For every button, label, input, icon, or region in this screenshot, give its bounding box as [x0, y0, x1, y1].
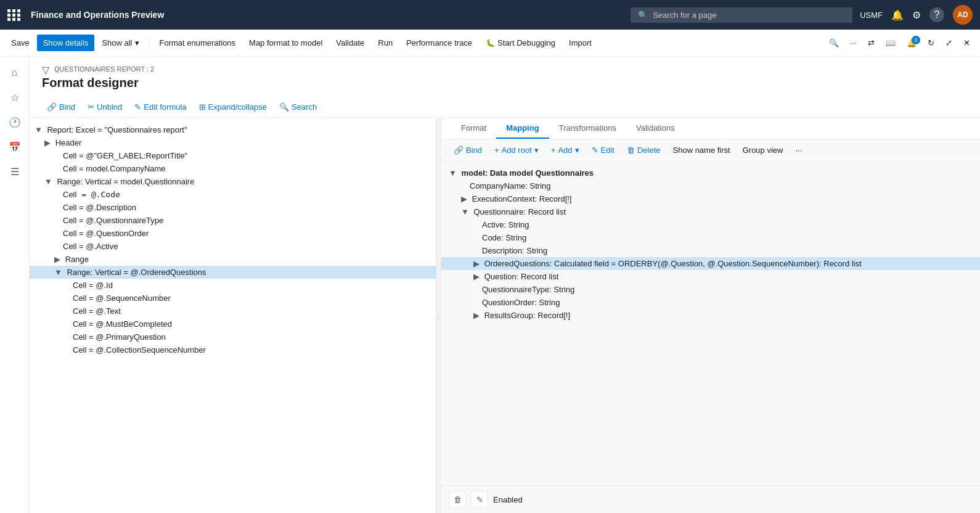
format-enumerations-button[interactable]: Format enumerations — [153, 35, 242, 51]
waffle-icon[interactable] — [7, 9, 21, 21]
tree-item[interactable]: Cell = @.Description — [30, 201, 436, 214]
bell-icon[interactable]: 🔔 — [891, 9, 904, 21]
tree-toggle[interactable]: ▶ — [44, 138, 53, 147]
right-tree-item[interactable]: ▶ ResultsGroup: Record[!] — [441, 309, 980, 322]
right-tree-toggle[interactable]: ▼ — [461, 207, 471, 216]
sidebar-item-modules[interactable]: ☰ — [4, 160, 26, 183]
right-tree-toggle[interactable]: ▶ — [473, 272, 482, 281]
tree-item[interactable]: ▼ Report: Excel = "Questionnaires report… — [30, 123, 436, 136]
right-tree-item-label: Question: Record list — [484, 272, 559, 281]
tree-toggle[interactable]: ▼ — [35, 125, 44, 134]
tab-validations[interactable]: Validations — [626, 118, 685, 139]
sidebar-item-favorites[interactable]: ☆ — [4, 86, 26, 109]
close-button[interactable]: ✕ — [958, 35, 975, 51]
delete-button[interactable]: 🗑 Delete — [622, 143, 666, 157]
show-all-button[interactable]: Show all ▾ — [96, 35, 145, 51]
more-button[interactable]: ··· — [845, 35, 862, 51]
right-tree-item[interactable]: ▶ OrderedQuestions: Calculated field = O… — [441, 257, 980, 270]
group-view-button[interactable]: Group view — [738, 143, 788, 157]
tree-item[interactable]: Cell = @.QuestionnaireType — [30, 214, 436, 227]
add-button[interactable]: + Add ▾ — [546, 143, 584, 157]
performance-trace-button[interactable]: Performance trace — [400, 35, 478, 51]
more-right-button[interactable]: ··· — [790, 143, 807, 157]
right-tree-item[interactable]: ▶ Question: Record list — [441, 270, 980, 283]
show-name-first-button[interactable]: Show name first — [668, 143, 735, 157]
right-tree-item[interactable]: Code: String — [441, 231, 980, 244]
bind-button[interactable]: 🔗 Bind — [42, 100, 80, 114]
breadcrumb: QUESTIONNAIRES REPORT : 2 — [54, 65, 154, 73]
reload-button[interactable]: ↻ — [923, 35, 939, 51]
right-link-icon: 🔗 — [454, 146, 463, 155]
edit-formula-button[interactable]: ✎ Edit formula — [129, 100, 191, 114]
separator — [149, 37, 150, 49]
tree-item[interactable]: ▼ Range: Vertical = model.Questionnaire — [30, 175, 436, 188]
bottom-delete-button[interactable]: 🗑 — [449, 491, 466, 508]
search-cmd-button[interactable]: 🔍 — [824, 35, 844, 51]
unbind-button[interactable]: ✂ Unbind — [83, 100, 127, 114]
show-details-button[interactable]: Show details — [37, 35, 95, 51]
run-button[interactable]: Run — [372, 35, 399, 51]
tree-item[interactable]: Cell = @.Active — [30, 240, 436, 253]
tree-toggle[interactable]: ▼ — [54, 268, 64, 277]
sidebar-item-recent[interactable]: 🕐 — [4, 111, 26, 133]
right-tree-toggle[interactable]: ▼ — [449, 168, 459, 178]
tree-item[interactable]: ▶ Range — [30, 253, 436, 266]
gear-icon[interactable]: ⚙ — [912, 9, 921, 21]
map-format-to-model-button[interactable]: Map format to model — [243, 35, 329, 51]
tree-item[interactable]: Cell = @.SequenceNumber — [30, 292, 436, 305]
add-root-button[interactable]: + Add root ▾ — [489, 143, 544, 157]
tree-item-label: Range: Vertical = model.Questionnaire — [57, 177, 194, 186]
tree-item[interactable]: ▶ Header — [30, 136, 436, 149]
tree-item[interactable]: Cell = @.PrimaryQuestion — [30, 330, 436, 343]
expand-button[interactable]: ⤢ — [941, 35, 957, 51]
edit-right-button[interactable]: ✎ Edit — [587, 143, 619, 157]
tree-item[interactable]: Cell = @.Code — [30, 188, 436, 201]
right-tree-toggle[interactable]: ▶ — [473, 259, 482, 268]
sidebar-item-workspaces[interactable]: 📅 — [4, 136, 26, 158]
start-debugging-button[interactable]: 🐛 Start Debugging — [480, 35, 561, 51]
book-button[interactable]: 📖 — [881, 35, 900, 51]
tree-item[interactable]: Cell = @.MustBeCompleted — [30, 318, 436, 330]
tree-item[interactable]: Cell = @.CollectionSequenceNumber — [30, 343, 436, 356]
right-tree-toggle[interactable]: ▶ — [473, 311, 482, 320]
avatar[interactable]: AD — [953, 5, 973, 25]
right-tree-toggle[interactable]: ▶ — [461, 194, 470, 203]
tree-item[interactable]: Cell = @"GER_LABEL:ReportTitle" — [30, 149, 436, 162]
right-tree-item[interactable]: ▼ model: Data model Questionnaires — [441, 166, 980, 179]
global-search[interactable]: 🔍 — [631, 7, 852, 23]
filter-icon: ▽ — [42, 64, 49, 76]
right-tree-item[interactable]: QuestionnaireType: String — [441, 283, 980, 296]
right-tree-item[interactable]: Active: String — [441, 218, 980, 231]
compare-button[interactable]: ⇄ — [863, 35, 880, 51]
help-icon[interactable]: ? — [929, 7, 944, 22]
search-tree-button[interactable]: 🔍 Search — [274, 100, 322, 114]
tree-toggle[interactable]: ▶ — [54, 255, 63, 264]
right-toolbar: 🔗 Bind + Add root ▾ + Add ▾ ✎ — [441, 139, 980, 162]
validate-button[interactable]: Validate — [330, 35, 370, 51]
tree-item-label: Header — [55, 138, 82, 147]
left-sidebar: ⌂ ☆ 🕐 📅 ☰ — [0, 57, 30, 513]
right-tree-item[interactable]: QuestionOrder: String — [441, 296, 980, 309]
tree-item[interactable]: Cell = @.QuestionOrder — [30, 227, 436, 240]
tab-format[interactable]: Format — [451, 118, 496, 139]
bottom-edit-button[interactable]: ✎ — [471, 491, 488, 508]
right-tree-item[interactable]: ▶ ExecutionContext: Record[!] — [441, 192, 980, 205]
notification-badge-button[interactable]: 🔔0 — [902, 35, 921, 51]
right-bind-button[interactable]: 🔗 Bind — [449, 143, 487, 157]
tree-toggle[interactable]: ▼ — [44, 177, 54, 186]
right-tree-item[interactable]: CompanyName: String — [441, 179, 980, 192]
expand-collapse-button[interactable]: ⊞ Expand/collapse — [194, 100, 272, 114]
tree-item[interactable]: Cell = @.Id — [30, 279, 436, 292]
tree-item[interactable]: Cell = model.CompanyName — [30, 162, 436, 175]
sidebar-item-home[interactable]: ⌂ — [4, 62, 26, 84]
right-tree-item[interactable]: ▼ Questionnaire: Record list — [441, 205, 980, 218]
right-tree-item[interactable]: Description: String — [441, 244, 980, 257]
tab-mapping[interactable]: Mapping — [496, 118, 549, 139]
tree-item[interactable]: ▼ Range: Vertical = @.OrderedQuestions — [30, 266, 436, 279]
save-button[interactable]: Save — [5, 35, 36, 51]
search-input[interactable] — [653, 10, 845, 20]
tree-item[interactable]: Cell = @.Text — [30, 305, 436, 318]
tab-transformations[interactable]: Transformations — [549, 118, 626, 139]
import-button[interactable]: Import — [563, 35, 598, 51]
splitter[interactable]: ⋮ — [436, 118, 441, 513]
